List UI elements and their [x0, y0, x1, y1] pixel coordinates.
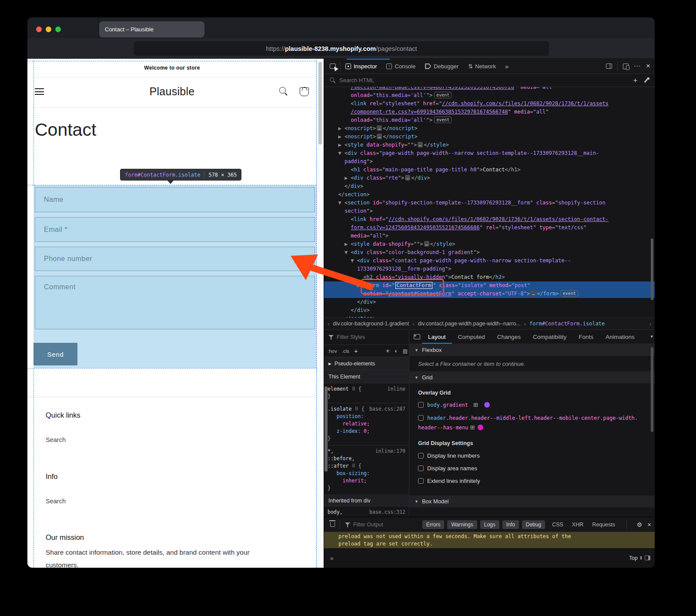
overlay-header-selector[interactable]: header.header.header--middle-left.header…	[418, 415, 638, 431]
overlay-header-checkbox[interactable]	[418, 415, 424, 421]
grid-color-swatch-pink[interactable]	[478, 425, 483, 430]
pseudo-elements-header[interactable]: ▶ Pseudo-elements	[324, 357, 409, 370]
sidebar-toggle-icon[interactable]	[414, 334, 420, 339]
page-scrollbar[interactable]	[317, 59, 324, 568]
code-line[interactable]: relative;	[328, 420, 405, 428]
settings-menu-icon[interactable]: ⋯	[634, 62, 641, 70]
code-line[interactable]: }	[328, 485, 405, 492]
code-line[interactable]: <link rel="stylesheet" href="//cdn.shopi…	[324, 100, 655, 108]
footer-info-search[interactable]: Search	[46, 498, 66, 505]
code-line[interactable]: </div>	[324, 298, 655, 306]
code-line[interactable]: padding">	[324, 157, 655, 166]
overlay-body-selector[interactable]: body.gradient	[427, 402, 468, 408]
xhr-filter-link[interactable]: XHR	[572, 522, 583, 528]
code-line[interactable]: form.css?v=12475605843249503552167456668…	[324, 224, 655, 232]
markup-search-bar[interactable]: Search HTML +	[324, 74, 655, 87]
tab-computed[interactable]: Computed	[452, 330, 491, 344]
cart-icon[interactable]	[300, 87, 309, 96]
footer-quick-links-search[interactable]: Search	[46, 436, 66, 443]
code-line[interactable]: inherit;	[328, 477, 405, 485]
code-line[interactable]: onload="this.media='all'">event	[324, 91, 655, 100]
code-line[interactable]: position:	[328, 413, 405, 420]
warnings-button[interactable]: Warnings	[447, 520, 477, 529]
extend-lines-checkbox[interactable]	[418, 478, 424, 484]
address-bar[interactable]: https://plausible-8238.myshopify.com/pag…	[134, 41, 549, 56]
code-line[interactable]: </div>	[324, 306, 655, 315]
debug-button[interactable]: Debug	[522, 520, 545, 529]
code-line[interactable]: ▼ <div class="page-width page-width--nar…	[324, 149, 655, 157]
tab-compatibility[interactable]: Compatibility	[527, 330, 572, 344]
light-theme-icon[interactable]: ☀	[385, 348, 390, 354]
code-line[interactable]: </section>	[324, 191, 655, 199]
breadcrumb-back-icon[interactable]: ‹	[328, 321, 329, 327]
breadcrumb-item-form[interactable]: form#ContactForm.isolate	[529, 321, 605, 327]
tab-network[interactable]: ⇅ Network	[463, 59, 501, 74]
overlay-body-checkbox[interactable]	[418, 402, 424, 408]
browser-tab[interactable]: Contact – Plausible	[99, 21, 204, 37]
search-icon[interactable]	[279, 87, 288, 96]
close-devtools-icon[interactable]: ×	[646, 62, 650, 70]
pick-element-icon[interactable]	[330, 64, 336, 69]
css-rule-universal[interactable]: *,inline:170::before,::after ⠿ { box-siz…	[324, 445, 409, 495]
dark-theme-icon[interactable]: ◐	[395, 348, 398, 354]
tab-console[interactable]: › Console	[381, 59, 420, 74]
print-media-icon[interactable]: ▤	[403, 348, 408, 354]
dom-tree[interactable]: /section-main-page.css?v=848677459125201…	[324, 87, 655, 318]
more-tabs-icon[interactable]: »	[501, 63, 513, 70]
css-rule-body[interactable]: body,base.css:312	[324, 506, 409, 517]
add-rule-icon[interactable]: +	[354, 347, 358, 355]
logs-button[interactable]: Logs	[480, 520, 499, 529]
code-line[interactable]: ▶ <noscript>…</noscript>	[324, 124, 655, 133]
code-line[interactable]: <h1 class="main-page-title page-title h0…	[324, 166, 655, 174]
errors-button[interactable]: Errors	[422, 520, 445, 529]
breadcrumb-item-contact[interactable]: div.contact.page-width.page-width--narro…	[418, 321, 521, 327]
tab-inspector[interactable]: Inspector	[341, 59, 381, 74]
console-input-row[interactable]: » Top ⇕	[324, 548, 655, 568]
tab-debugger[interactable]: Debugger	[420, 59, 463, 74]
code-line[interactable]: ▶ <noscript>…</noscript>	[324, 133, 655, 141]
code-line[interactable]: onload="this.media='all'">event	[324, 116, 655, 124]
grid-highlight-icon[interactable]: ⊞	[473, 402, 478, 408]
breadcrumb-item-gradient[interactable]: div.color-background-1.gradient	[333, 321, 409, 327]
code-line[interactable]: element ⠿ {inline	[328, 385, 405, 393]
code-line[interactable]: ▶ <style data-shopify="">…</style>	[324, 240, 655, 248]
filter-styles-bar[interactable]: Filter Styles	[324, 330, 409, 345]
split-console-icon[interactable]	[606, 64, 612, 69]
code-line[interactable]: body,base.css:312	[328, 509, 405, 516]
info-button[interactable]: Info	[502, 520, 519, 529]
page-scrollbar-thumb[interactable]	[318, 62, 322, 144]
css-filter-link[interactable]: CSS	[552, 522, 563, 528]
tab-layout[interactable]: Layout	[422, 330, 452, 344]
tabs-overflow-icon[interactable]: ▾	[650, 334, 653, 339]
grid-highlight-icon-2[interactable]: ⊞	[470, 424, 475, 431]
css-rule-element[interactable]: element ⠿ {inline}	[324, 383, 409, 403]
code-line[interactable]: }	[328, 435, 405, 442]
grid-section-header[interactable]: ▼ Grid	[409, 372, 655, 384]
line-numbers-checkbox[interactable]	[418, 453, 424, 459]
box-model-section-header[interactable]: ▼ Box Model	[409, 495, 655, 508]
rules-scrollbar-thumb[interactable]	[325, 386, 328, 472]
responsive-mode-icon[interactable]	[623, 64, 629, 69]
requests-filter-link[interactable]: Requests	[592, 522, 615, 528]
code-line[interactable]: ::after ⠿ {	[328, 462, 405, 470]
tab-fonts[interactable]: Fonts	[572, 330, 599, 344]
code-line[interactable]: 17330976293128__form-padding">	[324, 265, 655, 273]
code-line[interactable]: section">	[324, 207, 655, 215]
code-line[interactable]: ▼ <section id="shopify-section-template-…	[324, 199, 655, 207]
frame-selector[interactable]: Top ⇕	[629, 555, 655, 561]
close-window-button[interactable]	[36, 27, 42, 32]
tab-animations[interactable]: Animations	[599, 330, 641, 344]
zoom-window-button[interactable]	[55, 27, 61, 32]
breadcrumb-forward-icon[interactable]: ›	[649, 321, 651, 327]
grid-color-swatch-purple[interactable]	[484, 402, 490, 408]
code-line[interactable]: media="all">	[324, 232, 655, 240]
code-line[interactable]: }	[328, 393, 405, 400]
code-line[interactable]: ▶ <style data-shopify="">…</style>	[324, 141, 655, 149]
area-names-checkbox[interactable]	[418, 465, 424, 471]
name-field[interactable]: Name	[35, 187, 315, 212]
code-line[interactable]: /section-main-page.css?v=848677459125201…	[324, 87, 655, 91]
email-field[interactable]: Email *	[35, 217, 315, 242]
comment-field[interactable]: Comment	[35, 276, 315, 329]
code-line[interactable]: ::before,	[328, 455, 405, 462]
code-line[interactable]: <link href="//cdn.shopify.com/s/files/1/…	[324, 215, 655, 224]
